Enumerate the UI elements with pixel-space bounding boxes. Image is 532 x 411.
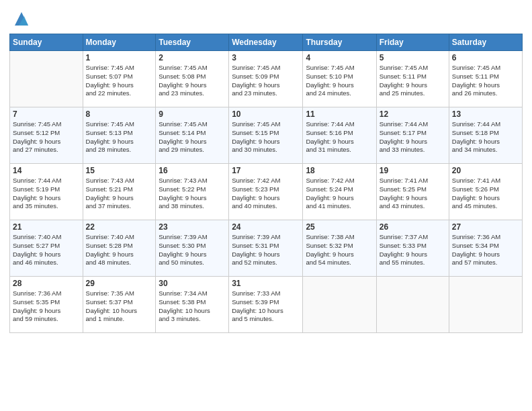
day-info: Sunrise: 7:45 AM Sunset: 5:15 PM Dayligh…: [232, 120, 300, 154]
logo-icon: [12, 9, 31, 28]
calendar-cell: [10, 51, 83, 107]
day-info: Sunrise: 7:45 AM Sunset: 5:14 PM Dayligh…: [159, 120, 226, 154]
weekday-header-wednesday: Wednesday: [229, 34, 303, 51]
calendar-table: SundayMondayTuesdayWednesdayThursdayFrid…: [9, 34, 523, 333]
day-number: 28: [13, 279, 80, 288]
day-info: Sunrise: 7:34 AM Sunset: 5:38 PM Dayligh…: [159, 289, 226, 324]
weekday-header-friday: Friday: [376, 34, 449, 51]
calendar-cell: 9Sunrise: 7:45 AM Sunset: 5:14 PM Daylig…: [156, 107, 229, 164]
day-info: Sunrise: 7:45 AM Sunset: 5:08 PM Dayligh…: [159, 64, 226, 98]
calendar-cell: 5Sunrise: 7:45 AM Sunset: 5:11 PM Daylig…: [376, 51, 449, 107]
day-number: 19: [380, 166, 446, 175]
day-info: Sunrise: 7:45 AM Sunset: 5:07 PM Dayligh…: [86, 64, 153, 98]
calendar-cell: 12Sunrise: 7:44 AM Sunset: 5:17 PM Dayli…: [376, 107, 449, 164]
day-info: Sunrise: 7:43 AM Sunset: 5:21 PM Dayligh…: [86, 177, 153, 211]
day-number: 8: [86, 109, 153, 119]
week-row-4: 21Sunrise: 7:40 AM Sunset: 5:27 PM Dayli…: [10, 220, 523, 277]
calendar-cell: 20Sunrise: 7:41 AM Sunset: 5:26 PM Dayli…: [449, 164, 522, 220]
week-row-1: 1Sunrise: 7:45 AM Sunset: 5:07 PM Daylig…: [10, 51, 523, 107]
day-info: Sunrise: 7:37 AM Sunset: 5:33 PM Dayligh…: [380, 233, 446, 267]
week-row-5: 28Sunrise: 7:36 AM Sunset: 5:35 PM Dayli…: [10, 277, 523, 333]
logo: [9, 9, 31, 28]
day-number: 6: [452, 53, 519, 62]
day-info: Sunrise: 7:42 AM Sunset: 5:24 PM Dayligh…: [306, 177, 373, 211]
day-info: Sunrise: 7:45 AM Sunset: 5:11 PM Dayligh…: [452, 64, 519, 98]
calendar-cell: 22Sunrise: 7:40 AM Sunset: 5:28 PM Dayli…: [83, 220, 156, 277]
day-info: Sunrise: 7:36 AM Sunset: 5:35 PM Dayligh…: [13, 289, 80, 324]
calendar-cell: 3Sunrise: 7:45 AM Sunset: 5:09 PM Daylig…: [229, 51, 303, 107]
weekday-header-tuesday: Tuesday: [156, 34, 229, 51]
calendar-cell: 29Sunrise: 7:35 AM Sunset: 5:37 PM Dayli…: [83, 277, 156, 333]
day-number: 23: [159, 222, 226, 232]
day-number: 20: [452, 166, 519, 175]
day-number: 10: [232, 109, 300, 119]
day-number: 18: [306, 166, 373, 175]
calendar-cell: 1Sunrise: 7:45 AM Sunset: 5:07 PM Daylig…: [83, 51, 156, 107]
day-info: Sunrise: 7:39 AM Sunset: 5:31 PM Dayligh…: [232, 233, 300, 267]
day-number: 26: [380, 222, 446, 232]
calendar-cell: [376, 277, 449, 333]
calendar-cell: 10Sunrise: 7:45 AM Sunset: 5:15 PM Dayli…: [229, 107, 303, 164]
calendar-cell: 27Sunrise: 7:36 AM Sunset: 5:34 PM Dayli…: [449, 220, 522, 277]
day-number: 17: [232, 166, 300, 175]
day-info: Sunrise: 7:44 AM Sunset: 5:16 PM Dayligh…: [306, 120, 373, 154]
day-info: Sunrise: 7:45 AM Sunset: 5:09 PM Dayligh…: [232, 64, 300, 98]
day-number: 25: [306, 222, 373, 232]
day-info: Sunrise: 7:44 AM Sunset: 5:19 PM Dayligh…: [13, 177, 80, 211]
weekday-row: SundayMondayTuesdayWednesdayThursdayFrid…: [10, 34, 523, 51]
day-number: 27: [452, 222, 519, 232]
calendar-cell: 19Sunrise: 7:41 AM Sunset: 5:25 PM Dayli…: [376, 164, 449, 220]
day-number: 12: [380, 109, 446, 119]
day-info: Sunrise: 7:39 AM Sunset: 5:30 PM Dayligh…: [159, 233, 226, 267]
calendar-cell: 17Sunrise: 7:42 AM Sunset: 5:23 PM Dayli…: [229, 164, 303, 220]
calendar-cell: 8Sunrise: 7:45 AM Sunset: 5:13 PM Daylig…: [83, 107, 156, 164]
calendar-cell: [449, 277, 522, 333]
day-number: 7: [13, 109, 80, 119]
day-info: Sunrise: 7:45 AM Sunset: 5:12 PM Dayligh…: [13, 120, 80, 154]
header: [9, 7, 523, 28]
day-number: 11: [306, 109, 373, 119]
day-number: 2: [159, 53, 226, 62]
day-number: 4: [306, 53, 373, 62]
day-number: 29: [86, 279, 153, 288]
calendar-cell: 16Sunrise: 7:43 AM Sunset: 5:22 PM Dayli…: [156, 164, 229, 220]
day-info: Sunrise: 7:36 AM Sunset: 5:34 PM Dayligh…: [452, 233, 519, 267]
day-info: Sunrise: 7:41 AM Sunset: 5:26 PM Dayligh…: [452, 177, 519, 211]
calendar-cell: 30Sunrise: 7:34 AM Sunset: 5:38 PM Dayli…: [156, 277, 229, 333]
calendar-cell: 14Sunrise: 7:44 AM Sunset: 5:19 PM Dayli…: [10, 164, 83, 220]
day-number: 3: [232, 53, 300, 62]
day-info: Sunrise: 7:40 AM Sunset: 5:27 PM Dayligh…: [13, 233, 80, 267]
day-number: 31: [232, 279, 300, 288]
day-number: 24: [232, 222, 300, 232]
day-info: Sunrise: 7:33 AM Sunset: 5:39 PM Dayligh…: [232, 289, 300, 324]
page: SundayMondayTuesdayWednesdayThursdayFrid…: [0, 0, 532, 411]
calendar-cell: 6Sunrise: 7:45 AM Sunset: 5:11 PM Daylig…: [449, 51, 522, 107]
day-number: 14: [13, 166, 80, 175]
calendar-cell: 15Sunrise: 7:43 AM Sunset: 5:21 PM Dayli…: [83, 164, 156, 220]
calendar-cell: 21Sunrise: 7:40 AM Sunset: 5:27 PM Dayli…: [10, 220, 83, 277]
day-info: Sunrise: 7:45 AM Sunset: 5:13 PM Dayligh…: [86, 120, 153, 154]
weekday-header-thursday: Thursday: [303, 34, 376, 51]
day-info: Sunrise: 7:44 AM Sunset: 5:18 PM Dayligh…: [452, 120, 519, 154]
calendar-cell: 23Sunrise: 7:39 AM Sunset: 5:30 PM Dayli…: [156, 220, 229, 277]
day-info: Sunrise: 7:35 AM Sunset: 5:37 PM Dayligh…: [86, 289, 153, 324]
day-info: Sunrise: 7:40 AM Sunset: 5:28 PM Dayligh…: [86, 233, 153, 267]
weekday-header-monday: Monday: [83, 34, 156, 51]
weekday-header-sunday: Sunday: [10, 34, 83, 51]
day-info: Sunrise: 7:38 AM Sunset: 5:32 PM Dayligh…: [306, 233, 373, 267]
day-info: Sunrise: 7:42 AM Sunset: 5:23 PM Dayligh…: [232, 177, 300, 211]
day-number: 1: [86, 53, 153, 62]
calendar-cell: 2Sunrise: 7:45 AM Sunset: 5:08 PM Daylig…: [156, 51, 229, 107]
calendar-body: 1Sunrise: 7:45 AM Sunset: 5:07 PM Daylig…: [10, 51, 523, 333]
calendar-header: SundayMondayTuesdayWednesdayThursdayFrid…: [10, 34, 523, 51]
day-info: Sunrise: 7:45 AM Sunset: 5:11 PM Dayligh…: [380, 64, 446, 98]
calendar-cell: 26Sunrise: 7:37 AM Sunset: 5:33 PM Dayli…: [376, 220, 449, 277]
calendar-cell: 4Sunrise: 7:45 AM Sunset: 5:10 PM Daylig…: [303, 51, 376, 107]
day-number: 22: [86, 222, 153, 232]
day-info: Sunrise: 7:44 AM Sunset: 5:17 PM Dayligh…: [380, 120, 446, 154]
calendar-cell: 13Sunrise: 7:44 AM Sunset: 5:18 PM Dayli…: [449, 107, 522, 164]
calendar-cell: 25Sunrise: 7:38 AM Sunset: 5:32 PM Dayli…: [303, 220, 376, 277]
week-row-3: 14Sunrise: 7:44 AM Sunset: 5:19 PM Dayli…: [10, 164, 523, 220]
day-number: 30: [159, 279, 226, 288]
day-number: 15: [86, 166, 153, 175]
